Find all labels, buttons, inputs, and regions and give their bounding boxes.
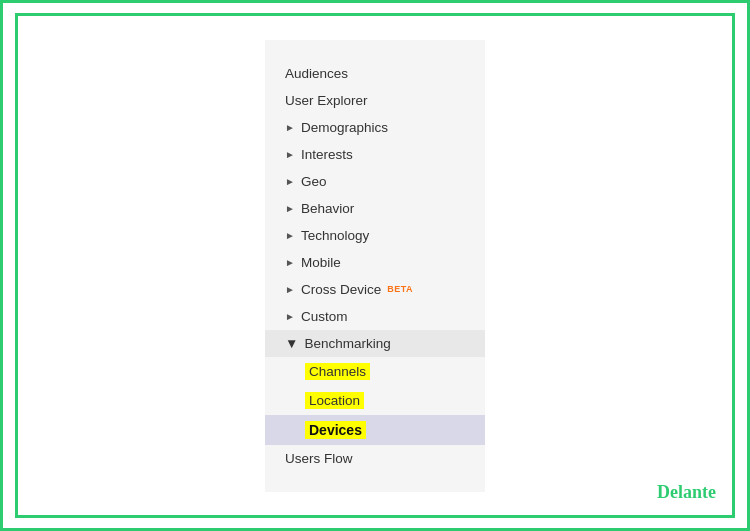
nav-item-interests[interactable]: ► Interests bbox=[265, 141, 485, 168]
audiences-label: Audiences bbox=[285, 66, 348, 81]
devices-label: Devices bbox=[305, 421, 366, 439]
technology-label: Technology bbox=[301, 228, 369, 243]
custom-label: Custom bbox=[301, 309, 348, 324]
chevron-right-icon: ► bbox=[285, 203, 295, 214]
nav-subitem-devices[interactable]: Devices bbox=[265, 415, 485, 445]
behavior-label: Behavior bbox=[301, 201, 354, 216]
nav-item-technology[interactable]: ► Technology bbox=[265, 222, 485, 249]
nav-item-behavior[interactable]: ► Behavior bbox=[265, 195, 485, 222]
demographics-label: Demographics bbox=[301, 120, 388, 135]
nav-item-demographics[interactable]: ► Demographics bbox=[265, 114, 485, 141]
nav-item-geo[interactable]: ► Geo bbox=[265, 168, 485, 195]
nav-item-cross-device[interactable]: ► Cross Device BETA bbox=[265, 276, 485, 303]
nav-item-benchmarking[interactable]: ▼ Benchmarking bbox=[265, 330, 485, 357]
chevron-right-icon: ► bbox=[285, 230, 295, 241]
nav-item-custom[interactable]: ► Custom bbox=[265, 303, 485, 330]
users-flow-label: Users Flow bbox=[285, 451, 353, 466]
interests-label: Interests bbox=[301, 147, 353, 162]
nav-subitem-location[interactable]: Location bbox=[265, 386, 485, 415]
chevron-right-icon: ► bbox=[285, 284, 295, 295]
nav-item-audiences[interactable]: Audiences bbox=[265, 60, 485, 87]
chevron-right-icon: ► bbox=[285, 311, 295, 322]
nav-item-user-explorer[interactable]: User Explorer bbox=[265, 87, 485, 114]
mobile-label: Mobile bbox=[301, 255, 341, 270]
delante-logo-text: Delante bbox=[657, 482, 716, 502]
location-label: Location bbox=[305, 392, 364, 409]
geo-label: Geo bbox=[301, 174, 327, 189]
nav-item-users-flow[interactable]: Users Flow bbox=[265, 445, 485, 472]
chevron-down-icon: ▼ bbox=[285, 336, 298, 351]
beta-badge: BETA bbox=[387, 284, 413, 294]
nav-subitem-channels[interactable]: Channels bbox=[265, 357, 485, 386]
channels-label: Channels bbox=[305, 363, 370, 380]
chevron-right-icon: ► bbox=[285, 149, 295, 160]
cross-device-label: Cross Device bbox=[301, 282, 381, 297]
nav-panel: Audiences User Explorer ► Demographics ►… bbox=[265, 40, 485, 492]
nav-item-mobile[interactable]: ► Mobile bbox=[265, 249, 485, 276]
delante-logo: Delante bbox=[657, 482, 716, 503]
user-explorer-label: User Explorer bbox=[285, 93, 368, 108]
chevron-right-icon: ► bbox=[285, 122, 295, 133]
benchmarking-label: Benchmarking bbox=[304, 336, 390, 351]
chevron-right-icon: ► bbox=[285, 176, 295, 187]
chevron-right-icon: ► bbox=[285, 257, 295, 268]
